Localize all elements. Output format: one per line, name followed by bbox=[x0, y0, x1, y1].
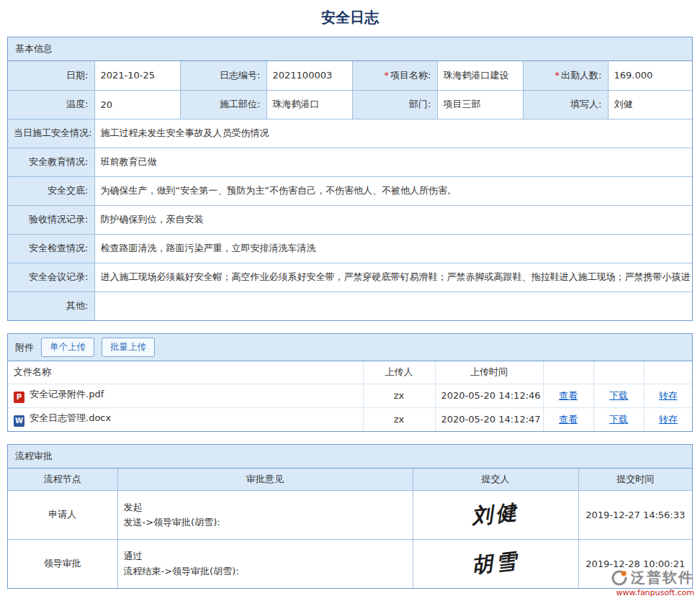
field-value-log-number: 2021100003 bbox=[266, 61, 352, 90]
pdf-file-icon: P bbox=[14, 392, 24, 403]
basic-info-fullrow: 验收情况记录: 防护确保到位，亲自安装 bbox=[8, 205, 692, 234]
field-value-safety-inspection: 检查路面清洗，路面污染严重，立即安排清洗车清洗 bbox=[94, 234, 692, 263]
submit-time: 2019-12-27 14:56:33 bbox=[578, 490, 692, 539]
column-action-2 bbox=[593, 361, 644, 384]
page-title: 安全日志 bbox=[0, 0, 700, 37]
basic-info-fullrow: 其他: bbox=[8, 291, 692, 320]
download-link[interactable]: 下载 bbox=[609, 414, 628, 425]
basic-info-fullrow: 当日施工安全情况: 施工过程未发生安全事故及人员受伤情况 bbox=[8, 119, 692, 148]
column-action-3 bbox=[644, 361, 692, 384]
field-label-safety-education: 安全教育情况: bbox=[8, 148, 94, 176]
column-upload-time: 上传时间 bbox=[435, 361, 543, 384]
field-value-other bbox=[94, 291, 692, 320]
batch-upload-button[interactable]: 批量上传 bbox=[102, 338, 155, 357]
field-label-construction-part: 施工部位: bbox=[180, 90, 266, 119]
approval-table: 流程节点 审批意见 提交人 提交时间 申请人 发起 发送->领导审批(胡雪): … bbox=[8, 469, 692, 588]
basic-info-fullrow: 安全教育情况: 班前教育已做 bbox=[8, 148, 692, 176]
file-name: 安全日志管理.docx bbox=[30, 412, 111, 423]
opinion-line: 流程结束->领导审批(胡雪): bbox=[124, 564, 407, 579]
save-as-link[interactable]: 转存 bbox=[659, 390, 678, 401]
field-value-date: 2021-10-25 bbox=[94, 61, 180, 90]
field-label-attendance: *出勤人数: bbox=[523, 61, 608, 90]
field-value-safety-education: 班前教育已做 bbox=[94, 148, 692, 176]
field-label-department: 部门: bbox=[352, 90, 437, 119]
basic-info-panel: 基本信息 日期: 2021-10-25 日志编号: 2021100003 *项目… bbox=[7, 37, 693, 321]
approval-opinion: 通过 流程结束->领导审批(胡雪): bbox=[117, 539, 413, 588]
save-as-link[interactable]: 转存 bbox=[659, 414, 678, 425]
approval-opinion: 发起 发送->领导审批(胡雪): bbox=[117, 490, 413, 539]
vendor-brand-line: 泛普软件 bbox=[611, 568, 694, 587]
field-value-construction-part: 珠海鹤港口 bbox=[266, 90, 352, 119]
column-file-name: 文件名称 bbox=[8, 361, 363, 384]
approval-row: 申请人 发起 发送->领导审批(胡雪): 刘健 2019-12-27 14:56… bbox=[8, 490, 692, 539]
view-link[interactable]: 查看 bbox=[559, 390, 578, 401]
basic-info-header: 基本信息 bbox=[8, 37, 692, 61]
column-flow-node: 流程节点 bbox=[8, 469, 117, 490]
basic-info-table: 日期: 2021-10-25 日志编号: 2021100003 *项目名称: 珠… bbox=[8, 61, 692, 320]
approval-table-header: 流程节点 审批意见 提交人 提交时间 bbox=[8, 469, 692, 490]
opinion-line: 通过 bbox=[124, 548, 407, 564]
attachments-table: 文件名称 上传人 上传时间 P安全记录附件.pdf zx 2020-05-20 … bbox=[8, 361, 692, 431]
field-value-acceptance-record: 防护确保到位，亲自安装 bbox=[94, 205, 692, 234]
required-mark: * bbox=[385, 70, 390, 81]
field-label-safety-briefing: 安全交底: bbox=[8, 176, 94, 205]
column-uploader: 上传人 bbox=[363, 361, 435, 384]
field-value-temperature: 20 bbox=[94, 90, 180, 119]
approval-panel: 流程审批 流程节点 审批意见 提交人 提交时间 申请人 发起 发送->领导审批(… bbox=[7, 444, 693, 589]
field-label-log-number: 日志编号: bbox=[180, 61, 266, 90]
submitter-signature-cell: 刘健 bbox=[413, 490, 578, 539]
field-value-writer: 刘健 bbox=[608, 90, 692, 119]
opinion-line: 发送->领导审批(胡雪): bbox=[124, 515, 407, 530]
field-label-acceptance-record: 验收情况记录: bbox=[8, 205, 94, 234]
vendor-brand-name: 泛普软件 bbox=[631, 568, 694, 587]
attachments-title: 附件 bbox=[15, 341, 34, 354]
column-approval-opinion: 审批意见 bbox=[117, 469, 413, 490]
fanpu-logo-icon bbox=[611, 569, 628, 587]
approval-row: 领导审批 通过 流程结束->领导审批(胡雪): 胡雪 2019-12-28 10… bbox=[8, 539, 692, 588]
field-label-date: 日期: bbox=[8, 61, 94, 90]
field-label-writer: 填写人: bbox=[523, 90, 608, 119]
file-row: P安全记录附件.pdf zx 2020-05-20 14:12:46 查看 下载… bbox=[8, 384, 692, 407]
field-label-temperature: 温度: bbox=[8, 90, 94, 119]
word-file-icon: W bbox=[14, 415, 24, 427]
field-label-safety-inspection: 安全检查情况: bbox=[8, 234, 94, 263]
file-row: W安全日志管理.docx zx 2020-05-20 14:12:47 查看 下… bbox=[8, 407, 692, 431]
attachments-header: 附件 单个上传 批量上传 bbox=[8, 334, 692, 361]
basic-info-fullrow: 安全交底: 为确保生产，做到“安全第一、预防为主”不伤害自己，不伤害他人、不被他… bbox=[8, 176, 692, 205]
field-value-safety-briefing: 为确保生产，做到“安全第一、预防为主”不伤害自己，不伤害他人、不被他人所伤害。 bbox=[94, 176, 692, 205]
file-name-cell: W安全日志管理.docx bbox=[8, 407, 363, 431]
column-action-1 bbox=[543, 361, 593, 384]
field-value-attendance: 169.000 bbox=[608, 61, 692, 90]
field-value-daily-safety: 施工过程未发生安全事故及人员受伤情况 bbox=[94, 119, 692, 148]
field-label-project-name: *项目名称: bbox=[352, 61, 437, 90]
file-uploader: zx bbox=[363, 384, 435, 407]
basic-info-row-2: 温度: 20 施工部位: 珠海鹤港口 部门: 项目三部 填写人: 刘健 bbox=[8, 90, 692, 119]
single-upload-button[interactable]: 单个上传 bbox=[41, 338, 94, 357]
view-link[interactable]: 查看 bbox=[559, 414, 578, 425]
signature: 胡雪 bbox=[470, 547, 521, 581]
file-upload-time: 2020-05-20 14:12:47 bbox=[435, 407, 543, 431]
approval-header: 流程审批 bbox=[8, 445, 692, 469]
column-submit-time: 提交时间 bbox=[578, 469, 692, 490]
basic-info-fullrow: 安全检查情况: 检查路面清洗，路面污染严重，立即安排清洗车清洗 bbox=[8, 234, 692, 263]
field-value-project-name: 珠海鹤港口建设 bbox=[437, 61, 523, 90]
file-upload-time: 2020-05-20 14:12:46 bbox=[435, 384, 543, 407]
file-uploader: zx bbox=[363, 407, 435, 431]
attachments-panel: 附件 单个上传 批量上传 文件名称 上传人 上传时间 P安全记录附件.pdf z… bbox=[7, 333, 693, 432]
field-label-safety-meeting: 安全会议记录: bbox=[8, 263, 94, 291]
required-mark: * bbox=[555, 70, 560, 81]
field-label-other: 其他: bbox=[8, 291, 94, 320]
submitter-signature-cell: 胡雪 bbox=[413, 539, 578, 588]
field-value-safety-meeting: 进入施工现场必须戴好安全帽；高空作业必须系好安全带，严禁穿硬底带钉易滑鞋；严禁赤… bbox=[94, 263, 692, 291]
flow-node: 申请人 bbox=[8, 490, 117, 539]
vendor-watermark: 泛普软件 www.fanpusoft.com bbox=[611, 568, 694, 597]
flow-node: 领导审批 bbox=[8, 539, 117, 588]
basic-info-fullrow: 安全会议记录: 进入施工现场必须戴好安全帽；高空作业必须系好安全带，严禁穿硬底带… bbox=[8, 263, 692, 291]
download-link[interactable]: 下载 bbox=[609, 390, 628, 401]
attachments-table-header: 文件名称 上传人 上传时间 bbox=[8, 361, 692, 384]
vendor-url: www.fanpusoft.com bbox=[611, 588, 694, 597]
field-label-daily-safety: 当日施工安全情况: bbox=[8, 119, 94, 148]
column-submitter: 提交人 bbox=[413, 469, 578, 490]
page: 安全日志 基本信息 日期: 2021-10-25 日志编号: 202110000… bbox=[0, 0, 700, 606]
file-name-cell: P安全记录附件.pdf bbox=[8, 384, 363, 407]
